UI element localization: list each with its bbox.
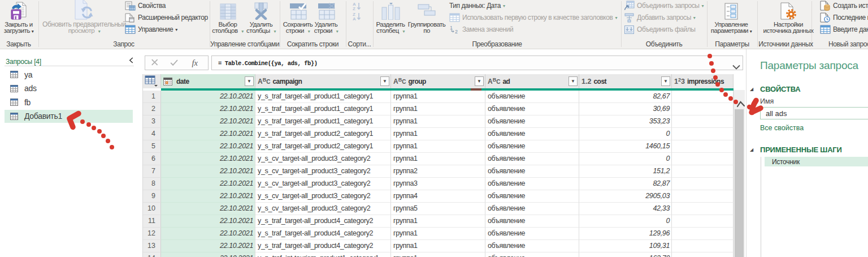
svg-text:Z: Z — [353, 6, 355, 10]
svg-text:A: A — [353, 16, 356, 20]
svg-text:fx: fx — [192, 58, 198, 67]
svg-text:2: 2 — [455, 29, 458, 34]
